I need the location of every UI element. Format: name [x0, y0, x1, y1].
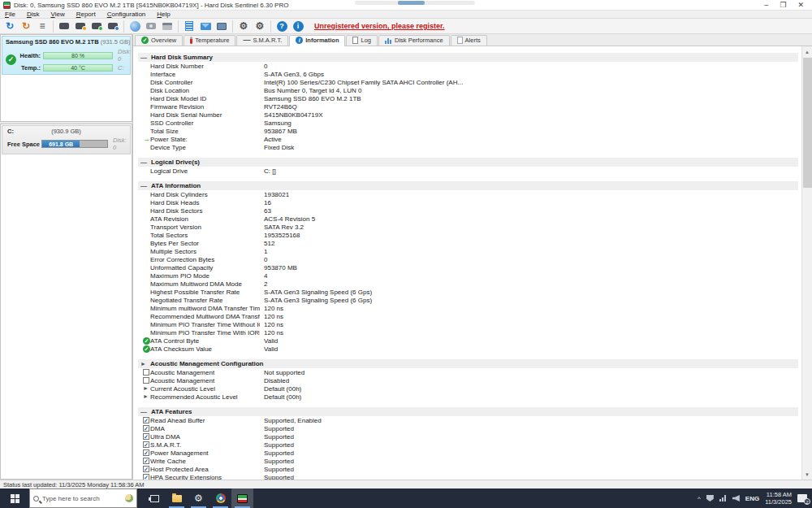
- tray-time: 11:58 AM: [767, 491, 792, 498]
- task-view-icon[interactable]: [144, 488, 166, 508]
- hds-icon-glyph: [237, 494, 248, 503]
- checkbox-unchecked-icon[interactable]: [143, 369, 149, 376]
- info-row-value: 16: [260, 199, 798, 206]
- notification-center-icon[interactable]: 2: [797, 494, 807, 502]
- tray-date: 11/3/2025: [765, 498, 792, 506]
- tab-temperature[interactable]: Temperature: [184, 35, 235, 46]
- info-row-label: DMA: [150, 425, 260, 432]
- tab-disk-performance[interactable]: Disk Performance: [378, 35, 450, 46]
- info-row-value: Supported, Enabled: [260, 417, 798, 424]
- partition-item-c[interactable]: C: (930.9 GB) Free Space 691.8 GB Disk: …: [2, 125, 131, 154]
- tab-information[interactable]: iInformation: [289, 35, 345, 46]
- printer-icon[interactable]: [161, 20, 174, 33]
- settings-gear-icon[interactable]: ⚙: [237, 20, 250, 33]
- hds-icon[interactable]: [231, 488, 253, 508]
- tools-gear-icon[interactable]: ⚙: [253, 20, 266, 33]
- info-row-value: Supported: [260, 425, 798, 432]
- clock[interactable]: 11:58 AM 11/3/2025: [765, 491, 792, 506]
- help-icon[interactable]: ?: [275, 20, 288, 33]
- network-icon[interactable]: [215, 20, 228, 33]
- scroll-up-icon[interactable]: ▲: [802, 46, 812, 57]
- start-button[interactable]: [0, 488, 29, 508]
- chrome-icon[interactable]: [209, 488, 231, 508]
- smart-dash-icon: —: [243, 37, 250, 44]
- tray-chevron-icon[interactable]: ^: [698, 495, 701, 502]
- info-row-value: Disabled: [260, 377, 798, 384]
- partition-list: C: (930.9 GB) Free Space 691.8 GB Disk: …: [0, 124, 132, 480]
- info-row-value: S415NB0KB04719X: [260, 111, 798, 119]
- section-header-4[interactable]: —ATA Features: [138, 407, 798, 416]
- checkbox-checked-icon[interactable]: ✓: [143, 425, 149, 432]
- network-icon[interactable]: [719, 495, 727, 501]
- info-row: ATA RevisionACS-4 Revision 5: [138, 215, 798, 223]
- info-circle-icon[interactable]: i: [292, 20, 304, 33]
- info-row-value: Valid: [260, 337, 798, 345]
- info-row: Negotiated Transfer RateS-ATA Gen3 Signa…: [138, 296, 798, 304]
- checkbox-checked-icon[interactable]: ✓: [143, 433, 149, 440]
- help-icon-glyph: ?: [277, 21, 287, 32]
- scrollbar-thumb[interactable]: [803, 58, 812, 188]
- language-indicator[interactable]: ENG: [745, 495, 759, 502]
- info-row-label: Hard Disk Number: [150, 63, 260, 70]
- register-link[interactable]: Unregistered version, please register.: [314, 22, 445, 30]
- tab-s-m-a-r-t-[interactable]: —S.M.A.R.T.: [236, 35, 288, 46]
- checkbox-checked-icon[interactable]: ✓: [143, 449, 149, 456]
- refresh-disk-icon[interactable]: ↻: [19, 20, 32, 33]
- disk-search-icon[interactable]: [106, 20, 119, 33]
- section-header-2[interactable]: —ATA Information: [138, 181, 798, 190]
- minimize-button[interactable]: –: [764, 1, 768, 10]
- taskbar-search[interactable]: Type here to search: [29, 488, 137, 508]
- mail-icon[interactable]: [199, 20, 212, 33]
- close-button[interactable]: ✕: [797, 1, 804, 10]
- tab-overview[interactable]: ✓Overview: [135, 35, 183, 46]
- checkbox-checked-icon[interactable]: ✓: [143, 458, 149, 464]
- disk-search-icon-shape: [108, 23, 118, 29]
- green-arrow-icon: →: [143, 136, 150, 143]
- camera-icon[interactable]: [145, 20, 158, 33]
- shield-icon[interactable]: [706, 495, 714, 501]
- info-row-value: Intel(R) 100 Series/C230 Chipset Family …: [260, 79, 798, 86]
- refresh-icon[interactable]: ↻: [3, 20, 16, 33]
- tab-log[interactable]: Log: [346, 35, 378, 46]
- info-row-label: Bytes Per Sector: [150, 240, 260, 247]
- settings-icon-glyph: ⚙: [194, 493, 203, 503]
- search-icon: [33, 496, 39, 501]
- section-header-1[interactable]: —Logical Drive(s): [138, 158, 798, 167]
- tab-alerts[interactable]: Alerts: [451, 35, 487, 46]
- disk-icon[interactable]: [58, 20, 71, 33]
- section-header-0[interactable]: —Hard Disk Summary: [138, 53, 798, 62]
- checkbox-checked-icon[interactable]: ✓: [143, 474, 149, 480]
- info-row-value: 1938021: [260, 191, 798, 198]
- menu-item-report[interactable]: Report: [76, 11, 96, 18]
- section-header-3[interactable]: ►Acoustic Management Configuration: [138, 359, 798, 368]
- menu-item-help[interactable]: Help: [157, 11, 170, 18]
- disk-item-samsung-ssd[interactable]: Samsung SSD 860 EVO M.2 1TB (931.5 GB) ✓…: [2, 36, 131, 75]
- settings-icon[interactable]: ⚙: [188, 488, 209, 508]
- file-explorer-icon[interactable]: [166, 488, 188, 508]
- checkbox-checked-icon[interactable]: ✓: [143, 417, 149, 423]
- vertical-scrollbar[interactable]: ▲ ▼: [801, 46, 812, 480]
- restore-button[interactable]: ❐: [780, 1, 786, 10]
- weather-widget-icon[interactable]: [125, 494, 133, 502]
- scroll-down-icon[interactable]: ▼: [802, 469, 812, 480]
- toolbar-separator: [232, 20, 233, 33]
- info-row-label: Acoustic Management: [150, 377, 260, 384]
- info-row-label: Disk Location: [150, 87, 260, 94]
- globe-icon[interactable]: [128, 20, 141, 33]
- free-space-label: Free Space: [6, 141, 41, 148]
- menu-item-configuration[interactable]: Configuration: [107, 11, 146, 18]
- menu-item-file[interactable]: File: [5, 11, 15, 18]
- checkbox-checked-icon[interactable]: ✓: [143, 466, 149, 472]
- volume-icon[interactable]: [732, 495, 740, 501]
- free-space-value: 691.8 GB: [42, 141, 80, 147]
- report-lines-icon[interactable]: ≡: [36, 20, 49, 33]
- info-row-label: Hard Disk Cylinders: [150, 191, 260, 198]
- disk-check-icon[interactable]: [90, 20, 103, 33]
- checkbox-checked-icon[interactable]: ✓: [143, 441, 149, 448]
- disk-clock-icon[interactable]: [74, 20, 87, 33]
- menu-item-disk[interactable]: Disk: [27, 11, 40, 18]
- checkbox-unchecked-icon[interactable]: [143, 377, 149, 384]
- notes-icon[interactable]: [183, 20, 196, 33]
- info-row-value: 953870 MB: [260, 264, 798, 271]
- menu-item-view[interactable]: View: [50, 11, 64, 18]
